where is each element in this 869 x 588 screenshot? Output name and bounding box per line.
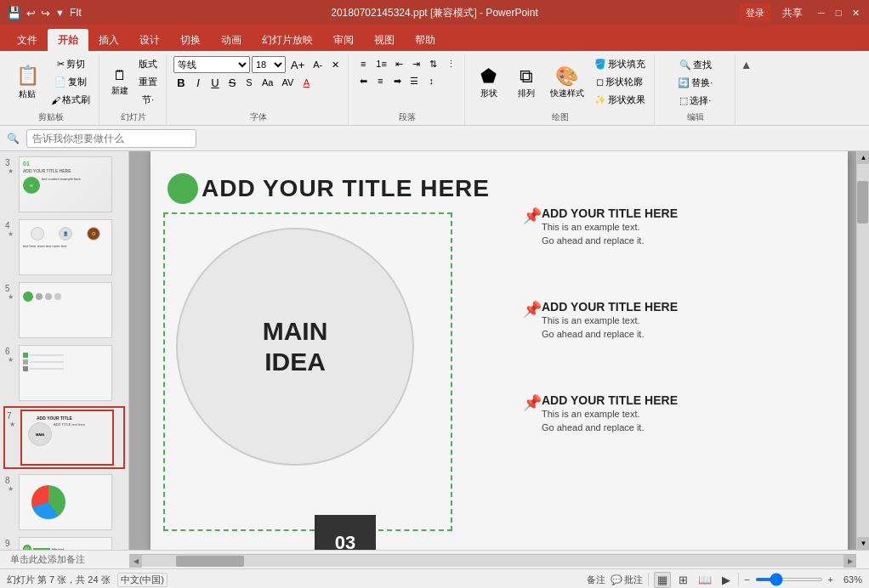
hscroll-left[interactable]: ◀ bbox=[129, 555, 142, 568]
main-idea-text: MAIN IDEA bbox=[263, 316, 328, 377]
item2-title[interactable]: ADD YOUR TITLE HERE bbox=[542, 300, 678, 314]
slide-thumb-9[interactable]: 9 ★ 01 title text bbox=[3, 535, 125, 550]
new-slide-button[interactable]: 🗒 新建 bbox=[106, 57, 133, 108]
item3-title[interactable]: ADD YOUR TITLE HERE bbox=[542, 393, 678, 407]
tab-animations[interactable]: 动画 bbox=[211, 29, 252, 51]
tab-transitions[interactable]: 切换 bbox=[170, 29, 211, 51]
arrange-button[interactable]: ⧉ 排列 bbox=[509, 57, 543, 108]
slide-thumb-6[interactable]: 6 ★ bbox=[3, 343, 125, 403]
save-icon[interactable]: 💾 bbox=[7, 6, 21, 20]
slide-thumb-5[interactable]: 5 ★ bbox=[3, 280, 125, 340]
slide-thumb-8[interactable]: 8 ★ bbox=[3, 472, 125, 532]
text-direction-button[interactable]: ⇅ bbox=[426, 56, 441, 71]
close-button[interactable]: ✕ bbox=[849, 6, 862, 20]
slide-thumb-7[interactable]: 7 ★ ADD YOUR TITLE MAIN ADD TITLE text h… bbox=[3, 406, 125, 469]
shape-outline-button[interactable]: ◻ 形状轮廓 bbox=[591, 74, 649, 91]
tab-help[interactable]: 帮助 bbox=[405, 29, 446, 51]
customize-icon[interactable]: ▼ bbox=[55, 8, 65, 18]
font-color-button[interactable]: A bbox=[298, 75, 314, 90]
replace-button[interactable]: 🔄 替换· bbox=[662, 74, 730, 91]
indent-decrease-button[interactable]: ⇤ bbox=[392, 56, 407, 71]
format-painter-button[interactable]: 🖌 格式刷 bbox=[48, 92, 94, 109]
clear-format-button[interactable]: ✕ bbox=[327, 57, 343, 72]
list-bullets-button[interactable]: ≡ bbox=[355, 56, 371, 71]
columns-button[interactable]: ⋮ bbox=[443, 56, 459, 71]
main-circle[interactable]: MAIN IDEA bbox=[176, 228, 414, 466]
slide-star-4: ★ bbox=[8, 230, 14, 238]
paste-button[interactable]: 📋 粘贴 bbox=[9, 57, 46, 108]
reading-view-button[interactable]: 📖 bbox=[696, 573, 714, 587]
layout-button[interactable]: 版式 bbox=[135, 56, 161, 73]
line-spacing-button[interactable]: ↕ bbox=[423, 73, 439, 88]
strikethrough-button[interactable]: S bbox=[224, 75, 240, 90]
bold-button[interactable]: B bbox=[173, 75, 189, 90]
hscroll-track bbox=[142, 555, 843, 567]
search-input[interactable] bbox=[26, 129, 196, 148]
change-case-button[interactable]: Aa bbox=[258, 75, 276, 90]
tab-design[interactable]: 设计 bbox=[129, 29, 170, 51]
zoom-out-button[interactable]: − bbox=[744, 574, 749, 585]
tab-home[interactable]: 开始 bbox=[48, 29, 88, 51]
slide-info: 幻灯片 第 7 张，共 24 张 bbox=[7, 574, 111, 586]
zoom-range-input[interactable] bbox=[755, 578, 823, 581]
slide-title[interactable]: ADD YOUR TITLE HERE bbox=[202, 175, 490, 202]
normal-view-button[interactable]: ▦ bbox=[654, 572, 671, 588]
ribbon-collapse-button[interactable]: ▲ bbox=[741, 58, 753, 71]
align-right-button[interactable]: ➡ bbox=[389, 73, 405, 88]
justify-button[interactable]: ☰ bbox=[406, 73, 422, 88]
quick-styles-button[interactable]: 🎨 快速样式 bbox=[547, 57, 588, 108]
find-button[interactable]: 🔍 查找 bbox=[662, 56, 730, 73]
notes-bar[interactable]: 单击此处添加备注 ◀ ▶ bbox=[0, 550, 869, 568]
hscroll-right[interactable]: ▶ bbox=[843, 555, 856, 568]
font-decrease-button[interactable]: A- bbox=[310, 57, 326, 72]
list-numbers-button[interactable]: 1≡ bbox=[372, 56, 390, 71]
section-button[interactable]: 节· bbox=[135, 92, 161, 109]
restore-button[interactable]: □ bbox=[832, 6, 845, 20]
zoom-level[interactable]: 63% bbox=[838, 574, 862, 585]
canvas-scroll-down[interactable]: ▼ bbox=[857, 537, 869, 550]
login-button[interactable]: 登录 bbox=[740, 3, 770, 22]
reset-button[interactable]: 重置 bbox=[135, 74, 161, 91]
slide-thumb-4[interactable]: 4 ★ 👤 O text here more text more text bbox=[3, 218, 125, 277]
copy-button[interactable]: 📄 复制 bbox=[48, 74, 94, 91]
minimize-button[interactable]: ─ bbox=[815, 6, 828, 20]
shape-fill-button[interactable]: 🪣 形状填充 bbox=[591, 56, 649, 73]
font-increase-button[interactable]: A+ bbox=[287, 57, 308, 72]
undo-icon[interactable]: ↩ bbox=[26, 7, 36, 20]
replace-label: 替换· bbox=[691, 76, 713, 89]
shape-effects-button[interactable]: ✨ 形状效果 bbox=[591, 92, 649, 109]
notes-toggle-button[interactable]: 备注 bbox=[587, 574, 605, 586]
cut-button[interactable]: ✂ 剪切 bbox=[48, 56, 94, 73]
slides-group: 🗒 新建 版式 重置 节· 幻灯片 bbox=[101, 54, 167, 125]
tab-view[interactable]: 视图 bbox=[364, 29, 405, 51]
clipboard-label: 剪贴板 bbox=[38, 111, 64, 123]
char-spacing-button[interactable]: AV bbox=[278, 75, 297, 90]
tab-review[interactable]: 审阅 bbox=[323, 29, 364, 51]
reset-label: 重置 bbox=[139, 76, 157, 88]
share-button[interactable]: 共享 bbox=[782, 6, 803, 20]
slide-star-7: ★ bbox=[9, 421, 15, 428]
align-center-button[interactable]: ≡ bbox=[372, 73, 388, 88]
item1-title[interactable]: ADD YOUR TITLE HERE bbox=[542, 206, 678, 220]
redo-icon[interactable]: ↪ bbox=[41, 7, 50, 20]
comments-toggle-button[interactable]: 💬 批注 bbox=[611, 574, 643, 586]
slide-thumb-3[interactable]: 3 ★ 01 ADD YOUR TITLE HERE M text conten… bbox=[3, 155, 125, 214]
tab-insert[interactable]: 插入 bbox=[88, 29, 129, 51]
select-button[interactable]: ⬚ 选择· bbox=[662, 92, 730, 109]
slide-preview-3: 01 ADD YOUR TITLE HERE M text content ex… bbox=[19, 156, 112, 212]
tab-file[interactable]: 文件 bbox=[7, 29, 48, 51]
tab-slideshow[interactable]: 幻灯片放映 bbox=[252, 29, 323, 51]
italic-button[interactable]: I bbox=[190, 75, 206, 90]
font-size-select[interactable]: 18 bbox=[252, 56, 286, 73]
slide-sorter-button[interactable]: ⊞ bbox=[676, 573, 690, 587]
align-left-button[interactable]: ⬅ bbox=[355, 73, 371, 88]
font-name-select[interactable]: 等线 bbox=[173, 56, 250, 73]
zoom-in-button[interactable]: + bbox=[828, 574, 833, 585]
slideshow-button[interactable]: ▶ bbox=[719, 573, 733, 587]
indent-increase-button[interactable]: ⇥ bbox=[409, 56, 424, 71]
canvas-scroll-up[interactable]: ▲ bbox=[857, 151, 869, 164]
text-shadow-button[interactable]: S bbox=[241, 75, 257, 90]
shapes-button[interactable]: ⬟ 形状 bbox=[472, 57, 506, 108]
underline-button[interactable]: U bbox=[207, 75, 223, 90]
slide-num-4: 4 bbox=[5, 221, 15, 230]
